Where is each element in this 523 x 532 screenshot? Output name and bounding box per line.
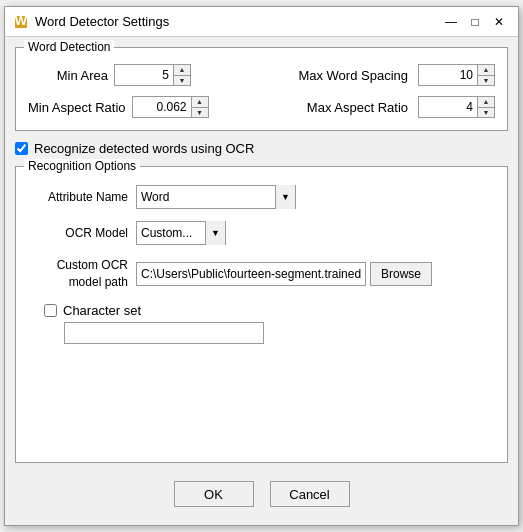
max-aspect-ratio-field: Max Aspect Ratio 4 ▲ ▼ <box>307 96 495 118</box>
charset-input[interactable] <box>64 322 264 344</box>
window-controls: — □ ✕ <box>440 11 510 33</box>
ocr-model-arrow: ▼ <box>205 221 225 245</box>
recognition-group: Recognition Options Attribute Name Word … <box>15 166 508 463</box>
ocr-checkbox-label[interactable]: Recognize detected words using OCR <box>34 141 254 156</box>
charset-checkbox[interactable] <box>44 304 57 317</box>
recognition-title: Recognition Options <box>24 159 140 173</box>
main-window: W Word Detector Settings — □ ✕ Word Dete… <box>4 6 519 526</box>
min-aspect-ratio-up[interactable]: ▲ <box>192 97 208 107</box>
window-title: Word Detector Settings <box>35 14 440 29</box>
max-aspect-ratio-spin-buttons: ▲ ▼ <box>478 96 495 118</box>
button-row: OK Cancel <box>15 473 508 515</box>
max-aspect-ratio-down[interactable]: ▼ <box>478 107 494 117</box>
min-aspect-ratio-spinner: 0.062 ▲ ▼ <box>132 96 209 118</box>
content-area: Word Detection Min Area 5 ▲ ▼ Max Word S… <box>5 37 518 525</box>
detection-row-1: Min Area 5 ▲ ▼ Max Word Spacing 10 <box>28 64 495 86</box>
max-word-spacing-down[interactable]: ▼ <box>478 75 494 85</box>
min-area-spin-buttons: ▲ ▼ <box>174 64 191 86</box>
max-word-spacing-spin-buttons: ▲ ▼ <box>478 64 495 86</box>
ok-button[interactable]: OK <box>174 481 254 507</box>
max-aspect-ratio-up[interactable]: ▲ <box>478 97 494 107</box>
attribute-name-label: Attribute Name <box>28 190 128 204</box>
attribute-name-arrow: ▼ <box>275 185 295 209</box>
window-icon: W <box>13 14 29 30</box>
min-area-up[interactable]: ▲ <box>174 65 190 75</box>
detection-row-2: Min Aspect Ratio 0.062 ▲ ▼ Max Aspect Ra… <box>28 96 495 118</box>
min-area-down[interactable]: ▼ <box>174 75 190 85</box>
ocr-model-label: OCR Model <box>28 226 128 240</box>
max-aspect-ratio-spinner: 4 ▲ ▼ <box>418 96 495 118</box>
min-aspect-ratio-input[interactable]: 0.062 <box>132 96 192 118</box>
max-aspect-ratio-label: Max Aspect Ratio <box>307 100 408 115</box>
restore-button[interactable]: □ <box>464 11 486 33</box>
ocr-checkbox[interactable] <box>15 142 28 155</box>
min-area-field: Min Area 5 ▲ ▼ <box>28 64 191 86</box>
minimize-button[interactable]: — <box>440 11 462 33</box>
attribute-name-row: Attribute Name Word ▼ <box>28 185 495 209</box>
charset-label[interactable]: Character set <box>63 303 141 318</box>
ocr-checkbox-row: Recognize detected words using OCR <box>15 141 508 156</box>
charset-check-row: Character set <box>44 303 495 318</box>
min-area-spinner: 5 ▲ ▼ <box>114 64 191 86</box>
ocr-model-row: OCR Model Custom... ▼ <box>28 221 495 245</box>
min-area-label: Min Area <box>28 68 108 83</box>
word-detection-title: Word Detection <box>24 40 114 54</box>
max-word-spacing-field: Max Word Spacing 10 ▲ ▼ <box>298 64 495 86</box>
min-aspect-ratio-down[interactable]: ▼ <box>192 107 208 117</box>
max-word-spacing-up[interactable]: ▲ <box>478 65 494 75</box>
attribute-name-dropdown[interactable]: Word ▼ <box>136 185 296 209</box>
max-aspect-ratio-input[interactable]: 4 <box>418 96 478 118</box>
max-word-spacing-input[interactable]: 10 <box>418 64 478 86</box>
cancel-button[interactable]: Cancel <box>270 481 350 507</box>
close-button[interactable]: ✕ <box>488 11 510 33</box>
ocr-model-dropdown[interactable]: Custom... ▼ <box>136 221 226 245</box>
charset-row: Character set <box>44 303 495 344</box>
custom-ocr-path-group: C:\Users\Public\fourteen-segment.trained… <box>136 262 432 286</box>
custom-ocr-input[interactable]: C:\Users\Public\fourteen-segment.trained… <box>136 262 366 286</box>
min-aspect-ratio-field: Min Aspect Ratio 0.062 ▲ ▼ <box>28 96 209 118</box>
title-bar: W Word Detector Settings — □ ✕ <box>5 7 518 37</box>
browse-button[interactable]: Browse <box>370 262 432 286</box>
custom-ocr-label: Custom OCRmodel path <box>28 257 128 291</box>
min-aspect-ratio-label: Min Aspect Ratio <box>28 100 126 115</box>
custom-ocr-row: Custom OCRmodel path C:\Users\Public\fou… <box>28 257 495 291</box>
max-word-spacing-label: Max Word Spacing <box>298 68 408 83</box>
attribute-name-value: Word <box>141 190 275 204</box>
word-detection-group: Word Detection Min Area 5 ▲ ▼ Max Word S… <box>15 47 508 131</box>
min-aspect-ratio-spin-buttons: ▲ ▼ <box>192 96 209 118</box>
recognition-fields: Attribute Name Word ▼ OCR Model Custom..… <box>28 185 495 344</box>
min-area-input[interactable]: 5 <box>114 64 174 86</box>
ocr-model-value: Custom... <box>141 226 205 240</box>
svg-text:W: W <box>15 14 28 28</box>
max-word-spacing-spinner: 10 ▲ ▼ <box>418 64 495 86</box>
